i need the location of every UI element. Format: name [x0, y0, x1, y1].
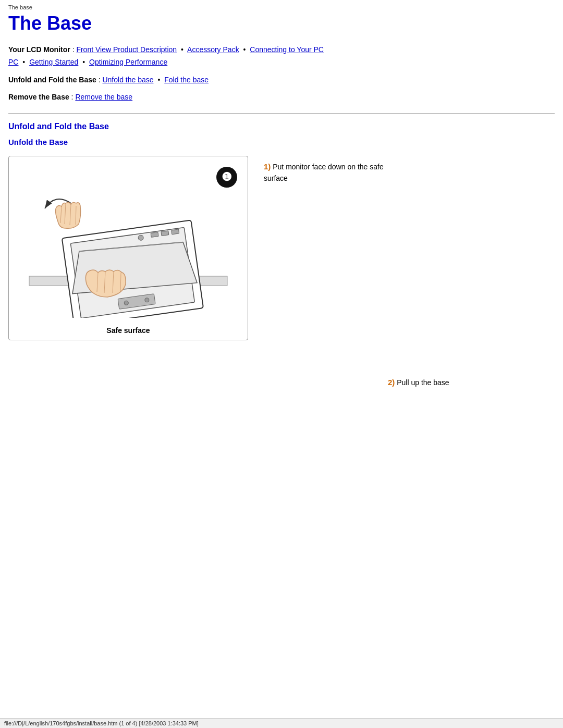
sub-heading-unfold: Unfold the Base [8, 138, 555, 146]
illustration-svg: PHILIPS [19, 167, 238, 318]
step2-text: 2) Pull up the base [388, 377, 492, 389]
step2-area: 2) Pull up the base [8, 372, 555, 389]
nav-section-lcd: Your LCD Monitor : Front View Product De… [8, 44, 555, 69]
safe-surface-label: Safe surface [14, 326, 242, 335]
svg-rect-5 [151, 232, 158, 238]
content-area-step1: PHILIPS [8, 156, 555, 340]
dot-5: • [157, 76, 160, 84]
illustration-inner: PHILIPS [14, 162, 242, 323]
step1-text: 1) Put monitor face down on the safe sur… [264, 161, 399, 184]
nav-link-getting-started[interactable]: Getting Started [29, 58, 78, 66]
nav-remove-label: Remove the Base [8, 93, 69, 101]
illustration-box: PHILIPS [8, 156, 248, 340]
nav-link-optimizing[interactable]: Optimizing Performance [89, 58, 167, 66]
step1-description: 1) Put monitor face down on the safe sur… [264, 156, 399, 184]
dot-2: • [243, 45, 246, 54]
separator [8, 113, 555, 114]
nav-link-unfold-base[interactable]: Unfold the base [102, 76, 153, 84]
step-number-badge: ❶ [216, 167, 237, 188]
nav-link-fold-base[interactable]: Fold the base [164, 76, 209, 84]
svg-rect-6 [161, 231, 169, 236]
step2-number: 2) [388, 378, 395, 387]
nav-lcd-label: Your LCD Monitor [8, 45, 70, 54]
browser-tab: The base [8, 4, 555, 10]
step2-description: 2) Pull up the base [388, 372, 492, 389]
nav-link-remove-base[interactable]: Remove the base [75, 93, 132, 101]
page-title: The Base [8, 13, 555, 34]
dot-1: • [181, 45, 183, 54]
svg-point-10 [144, 298, 149, 302]
nav-link-accessory[interactable]: Accessory Pack [187, 45, 239, 54]
svg-point-9 [124, 301, 129, 305]
section-heading-unfold-fold: Unfold and Fold the Base [8, 122, 555, 131]
nav-link-connecting[interactable]: Connecting to Your PC [250, 45, 324, 54]
dot-3: • [22, 58, 25, 66]
nav-link-front-view[interactable]: Front View Product Description [76, 45, 177, 54]
nav-section-unfold: Unfold and Fold the Base : Unfold the ba… [8, 74, 555, 87]
nav-unfold-label: Unfold and Fold the Base [8, 76, 96, 84]
step1-number: 1) [264, 162, 271, 171]
nav-section-remove: Remove the Base : Remove the base [8, 91, 555, 104]
svg-rect-7 [172, 229, 179, 235]
nav-link-pc[interactable]: PC [8, 58, 18, 66]
dot-4: • [82, 58, 85, 66]
